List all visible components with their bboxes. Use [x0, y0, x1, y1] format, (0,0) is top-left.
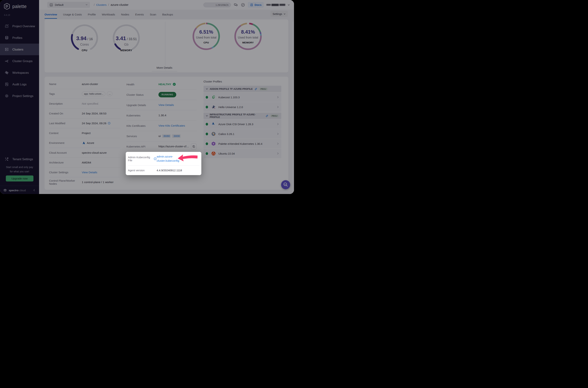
info-icon[interactable]: [154, 157, 157, 160]
agent-version-value: 4.4.9/20240912.1118: [157, 169, 199, 172]
agent-version-label: Agent version: [128, 169, 157, 172]
admin-kubeconfig-label: Admin Kubeconfig File: [128, 156, 157, 162]
app-window: palette 4.4.19 Project OverviewProfilesC…: [0, 0, 294, 194]
agent-version-row: Agent version 4.4.9/20240912.1118: [128, 166, 199, 175]
kubeconfig-download-link[interactable]: admin.azure-cluster.kubeconfig: [157, 155, 179, 162]
